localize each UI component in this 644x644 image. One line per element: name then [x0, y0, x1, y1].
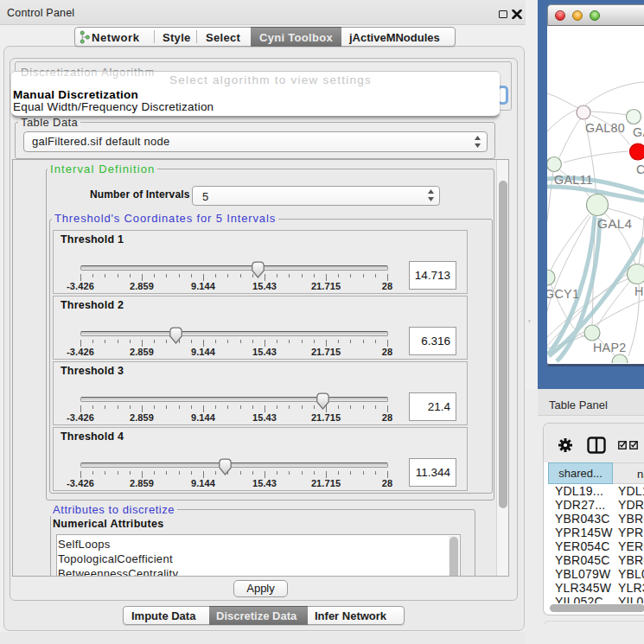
svg-text:H: H	[634, 284, 644, 298]
svg-text:HAP2: HAP2	[593, 341, 627, 354]
svg-text:C: C	[636, 163, 644, 176]
svg-text:GAL80: GAL80	[585, 121, 625, 135]
svg-text:GCY1: GCY1	[547, 287, 579, 301]
svg-text:GAL4: GAL4	[597, 216, 633, 231]
svg-text:GAL11: GAL11	[554, 173, 593, 187]
svg-text:GA: GA	[633, 125, 644, 139]
